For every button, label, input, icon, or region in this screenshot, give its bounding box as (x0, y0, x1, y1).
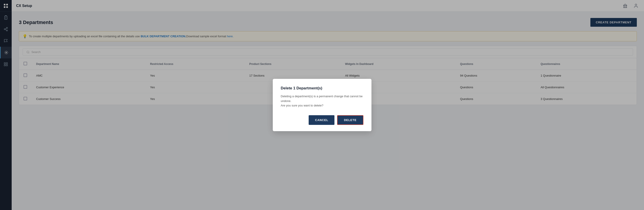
modal-overlay[interactable]: Delete 1 Department(s) Deleting a depart… (0, 0, 644, 210)
modal-title: Delete 1 Department(s) (281, 86, 364, 91)
modal-body: Deleting a department(s) is a permanent … (281, 94, 364, 108)
modal-body-line2: Are you sure you want to delete? (281, 103, 364, 108)
modal-body-line1: Deleting a department(s) is a permanent … (281, 94, 364, 104)
delete-button[interactable]: DELETE (337, 115, 363, 125)
delete-modal: Delete 1 Department(s) Deleting a depart… (273, 79, 372, 131)
modal-actions: CANCEL DELETE (281, 115, 364, 125)
cancel-button[interactable]: CANCEL (309, 115, 334, 125)
